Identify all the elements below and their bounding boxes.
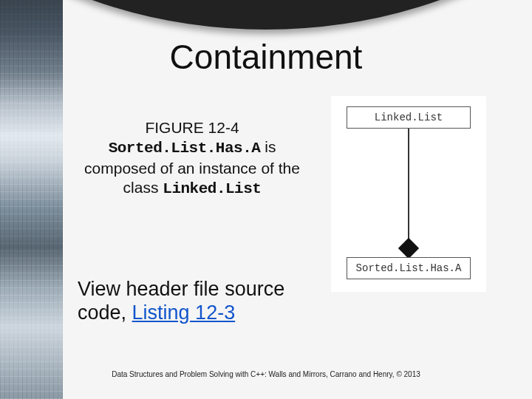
- caption-code-object: Linked.List: [163, 180, 261, 197]
- slide: Containment FIGURE 12-4 Sorted.List.Has.…: [0, 0, 532, 399]
- listing-link[interactable]: Listing 12-3: [132, 301, 236, 324]
- page-title: Containment: [0, 37, 532, 77]
- top-arc-decor: [0, 0, 532, 30]
- uml-diagram: Linked.List Sorted.List.Has.A: [331, 96, 486, 292]
- figure-label: FIGURE 12-4: [145, 119, 239, 136]
- uml-class-bottom: Sorted.List.Has.A: [347, 257, 471, 279]
- uml-composition-diamond-icon: [398, 238, 419, 259]
- figure-caption: FIGURE 12-4 Sorted.List.Has.A is compose…: [78, 118, 307, 199]
- footer-citation: Data Structures and Problem Solving with…: [0, 370, 532, 378]
- caption-code-subject: Sorted.List.Has.A: [109, 140, 261, 157]
- view-source-text: View header file source code, Listing 12…: [78, 277, 321, 325]
- uml-class-top: Linked.List: [347, 106, 471, 129]
